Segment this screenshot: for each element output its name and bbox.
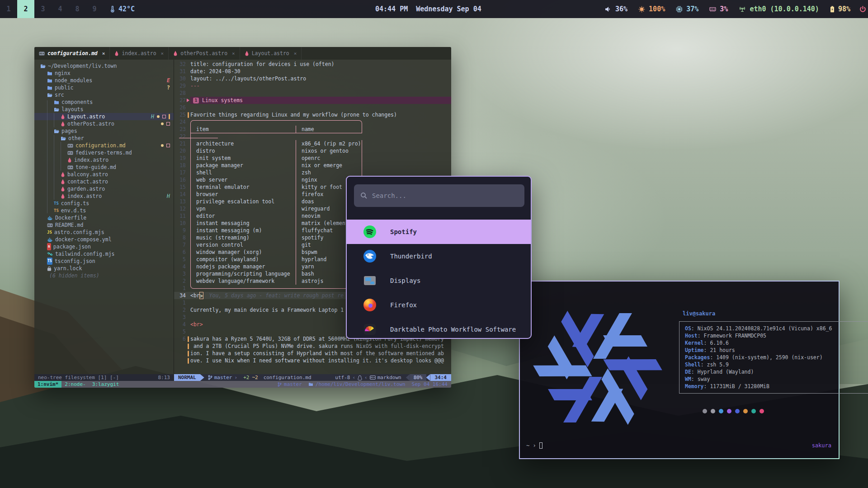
- tree-item-label: layouts: [61, 106, 83, 113]
- tree-item-public[interactable]: public ?: [34, 84, 174, 91]
- tree-item-configuration.md[interactable]: configuration.md: [34, 142, 174, 149]
- sign-column: [186, 328, 190, 335]
- folder-open-icon: [61, 136, 66, 141]
- tree-item-Layout.astro[interactable]: Layout.astro H: [34, 113, 174, 120]
- git-changed-count: ~2: [252, 375, 258, 380]
- statusline-chevron: ‹: [352, 375, 355, 380]
- terminal-hostname-label: sakura: [812, 442, 831, 449]
- line-number: 22: [174, 133, 186, 140]
- tree-item-yarn.lock[interactable]: yarn.lock: [34, 265, 174, 272]
- workspace-2[interactable]: 2: [17, 0, 34, 18]
- tree-item-garden.astro[interactable]: garden.astro: [34, 185, 174, 192]
- tree-item-label: pages: [61, 127, 77, 135]
- close-icon[interactable]: ×: [294, 51, 297, 56]
- tree-item-label: package.json: [53, 243, 91, 250]
- workspace-4[interactable]: 4: [52, 0, 69, 18]
- launcher-item-label: Darktable Photo Workflow Software: [390, 326, 516, 333]
- folder-icon: [308, 382, 313, 386]
- line-number: 24: [174, 118, 186, 126]
- tree-item-markers: ?: [167, 84, 170, 91]
- tab-configuration.md[interactable]: configuration.md ×: [34, 47, 110, 60]
- tmux-window-1nvim[interactable]: 1:nvim*: [34, 381, 61, 388]
- cursor-position: 34:4: [430, 374, 452, 381]
- tree-item-components[interactable]: components: [34, 99, 174, 106]
- tmux-window-3lazygit[interactable]: 3:lazygit: [89, 381, 123, 388]
- tree-item-label: tailwind.config.mjs: [55, 250, 115, 258]
- tree-item-tone-guide.md[interactable]: tone-guide.md: [34, 164, 174, 171]
- brightness-module[interactable]: 100%: [638, 5, 665, 13]
- launcher-search-box[interactable]: [354, 184, 524, 207]
- line-number: 3: [174, 314, 186, 321]
- tree-item-layouts[interactable]: layouts: [34, 106, 174, 113]
- tree-item-index.astro[interactable]: index.astro: [34, 156, 174, 164]
- nixos-logo: [530, 293, 665, 444]
- tree-item-label: yarn.lock: [54, 265, 82, 272]
- launcher-item-Darktable[interactable]: Darktable Photo Workflow Software: [347, 317, 532, 339]
- launcher-item-Firefox[interactable]: Firefox: [347, 293, 532, 317]
- workspace-3[interactable]: 3: [34, 0, 52, 18]
- sign-column: [186, 227, 190, 234]
- tab-index.astro[interactable]: index.astro ×: [110, 47, 169, 60]
- firefox-icon: [363, 298, 377, 312]
- volume-module[interactable]: 36%: [605, 5, 627, 13]
- launcher-item-label: Thunderbird: [390, 253, 432, 260]
- tree-item-README.md[interactable]: README.md: [34, 221, 174, 229]
- tree-item-Dockerfile[interactable]: Dockerfile: [34, 214, 174, 221]
- tree-item-nginx[interactable]: nginx: [34, 70, 174, 77]
- close-icon[interactable]: ×: [161, 51, 164, 56]
- tree-item-pages[interactable]: pages: [34, 127, 174, 135]
- tree-item-index.astro[interactable]: index.astro H: [34, 192, 174, 200]
- tree-item-docker-compose.yml[interactable]: docker-compose.yml: [34, 236, 174, 243]
- tmux-cwd: /home/liv/Development/liv.town: [308, 381, 406, 387]
- tree-item-otherPost.astro[interactable]: otherPost.astro: [34, 120, 174, 127]
- tree-item-package.json[interactable]: n package.json: [34, 243, 174, 250]
- tree-item-label: env.d.ts: [61, 207, 86, 214]
- line-number: 25: [174, 111, 186, 118]
- tree-item-balcony.astro[interactable]: balcony.astro: [34, 171, 174, 178]
- network-module[interactable]: eth0 (10.0.0.140): [739, 5, 819, 13]
- fetch-info-row: Packages: 1409 (nix-system), 2590 (nix-u…: [685, 354, 863, 361]
- launcher-item-Thunderbird[interactable]: Thunderbird: [347, 244, 532, 268]
- cpu-module[interactable]: 37%: [676, 5, 698, 13]
- power-button[interactable]: [858, 6, 868, 13]
- darktable-icon: [363, 323, 377, 336]
- tree-item-other[interactable]: other: [34, 135, 174, 142]
- tree-item-env.d.ts[interactable]: TS env.d.ts: [34, 207, 174, 214]
- tree-item-fediverse-terms.md[interactable]: fediverse-terms.md: [34, 149, 174, 156]
- workspace-8[interactable]: 8: [69, 0, 86, 18]
- table-row: instant messagingmatrix (element: [190, 220, 362, 227]
- table-row: distronixos or gentoo: [190, 147, 362, 155]
- indent-guide: [54, 113, 54, 127]
- workspace-1[interactable]: 1: [0, 0, 17, 18]
- tree-item-tailwind.config.mjs[interactable]: tailwind.config.mjs: [34, 250, 174, 258]
- tree-item-config.ts[interactable]: TS config.ts: [34, 200, 174, 207]
- tab-otherPost.astro[interactable]: otherPost.astro ×: [169, 47, 240, 60]
- tree-item-markers: [161, 144, 170, 147]
- search-input[interactable]: [372, 192, 508, 199]
- workspace-9[interactable]: 9: [86, 0, 103, 18]
- tree-item-markers: [161, 122, 170, 126]
- close-icon[interactable]: ×: [102, 51, 105, 56]
- tree-item-tsconfig.json[interactable]: TS tsconfig.json: [34, 258, 174, 265]
- launcher-item-Spotify[interactable]: Spotify: [347, 220, 532, 244]
- tree-item-astro.config.mjs[interactable]: JS astro.config.mjs: [34, 229, 174, 236]
- buffer-line: 32 title: configuration for devices i us…: [174, 61, 451, 68]
- tmux-window-2node[interactable]: 2:node-: [61, 381, 89, 388]
- tree-item-Developmentliv.town[interactable]: ~/Development/liv.town: [34, 62, 174, 70]
- tree-item-nodemodules[interactable]: node_modules E: [34, 77, 174, 84]
- tree-item-contact.astro[interactable]: contact.astro: [34, 178, 174, 185]
- tmux-git-branch: master: [278, 381, 302, 387]
- tree-item-label: Dockerfile: [55, 214, 86, 221]
- sign-column: [186, 343, 190, 350]
- memory-module[interactable]: 3%: [709, 5, 728, 13]
- table-row: nodejs package manageryarn: [190, 263, 362, 270]
- neo-tree-status-position: 8:13: [158, 375, 170, 380]
- tab-Layout.astro[interactable]: Layout.astro ×: [240, 47, 302, 60]
- tree-item-6hiddenitems[interactable]: (6 hidden items): [34, 272, 174, 279]
- close-icon[interactable]: ×: [232, 51, 235, 56]
- launcher-item-Displays[interactable]: Displays: [347, 268, 532, 293]
- tree-item-src[interactable]: src: [34, 91, 174, 99]
- battery-module[interactable]: 98%: [830, 5, 850, 13]
- scroll-percent: 80%: [410, 374, 426, 381]
- tab-label: configuration.md: [47, 50, 98, 56]
